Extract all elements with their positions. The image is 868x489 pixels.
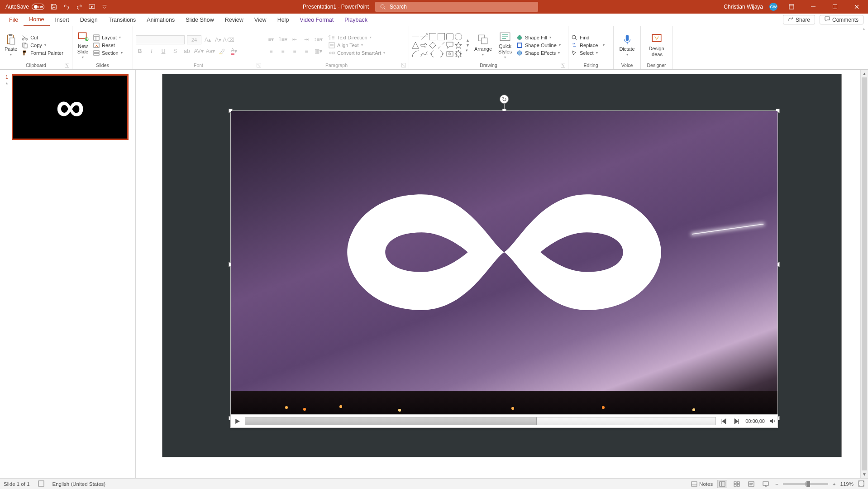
collapse-ribbon-icon[interactable]: ˄ [858,26,868,69]
search-box[interactable] [375,2,538,12]
shape-fill-button[interactable]: Shape Fill▾ [516,34,561,41]
new-slide-button[interactable]: New Slide ▾ [75,30,91,60]
font-family-combo[interactable] [136,35,185,44]
comments-button[interactable]: Comments [820,15,863,24]
tab-review[interactable]: Review [219,14,249,26]
accessibility-icon[interactable] [38,480,44,488]
shape-arc-icon[interactable] [412,50,419,58]
font-size-combo[interactable]: 24 [187,35,201,44]
autosave-toggle[interactable]: Off [32,4,44,10]
text-shadow-icon[interactable]: ab [183,47,191,55]
shape-triangle-icon[interactable] [412,42,419,49]
paragraph-dialog-launcher[interactable]: ⤡ [401,63,406,67]
slide-counter[interactable]: Slide 1 of 1 [4,481,30,487]
strikethrough-icon[interactable]: S [171,47,179,55]
tab-help[interactable]: Help [272,14,295,26]
step-back-button[interactable] [717,415,730,427]
text-direction-button[interactable]: Text Direction▾ [329,34,385,41]
maximize-icon[interactable] [827,0,843,14]
drawing-dialog-launcher[interactable]: ⤡ [561,63,565,67]
reset-button[interactable]: Reset [93,42,123,48]
zoom-slider-thumb[interactable] [806,481,810,487]
zoom-out-button[interactable]: − [775,481,778,487]
tab-transitions[interactable]: Transitions [103,14,142,26]
line-spacing-icon[interactable]: ↕≡▾ [314,35,322,43]
format-painter-button[interactable]: Format Painter [22,50,63,56]
align-left-icon[interactable]: ≡ [267,47,275,55]
tab-file[interactable]: File [4,14,24,26]
tab-design[interactable]: Design [75,14,103,26]
dictate-button[interactable]: Dictate ▾ [617,33,636,58]
zoom-slider[interactable] [783,483,828,485]
decrease-font-icon[interactable]: A▾ [214,36,222,44]
ribbon-display-options-icon[interactable] [784,0,799,14]
paste-button[interactable]: Paste ▾ [3,33,19,58]
save-icon[interactable] [51,4,57,10]
shape-rbrace-icon[interactable] [438,50,445,58]
arrange-button[interactable]: Arrange ▾ [472,33,494,58]
change-case-icon[interactable]: Aa▾ [206,47,215,55]
reading-view-icon[interactable] [746,480,756,488]
bold-icon[interactable]: B [136,47,144,55]
shape-rect-icon[interactable] [429,33,436,40]
normal-view-icon[interactable] [717,480,727,488]
copy-button[interactable]: Copy▾ [22,42,63,48]
shape-effects-button[interactable]: Shape Effects▾ [516,50,561,56]
video-object-selection[interactable]: ↻ [230,110,778,418]
vertical-scrollbar[interactable]: ▲ ▼ [860,70,868,478]
convert-smartart-button[interactable]: Convert to SmartArt▾ [329,50,385,56]
zoom-in-button[interactable]: + [833,481,836,487]
shape-diamond-icon[interactable] [429,42,436,49]
section-button[interactable]: Section▾ [93,50,123,56]
slide-thumbnail-1[interactable]: ∞ [12,74,129,140]
slide-canvas-area[interactable]: ↻ [136,70,868,478]
shape-callout-icon[interactable] [446,42,453,49]
notes-button[interactable]: Notes [691,481,713,487]
zoom-percent[interactable]: 119% [840,481,854,487]
user-name[interactable]: Christian Wijaya [724,4,763,10]
step-forward-button[interactable] [730,415,743,427]
bullets-icon[interactable]: ≡▾ [267,35,275,43]
shape-arrow-icon[interactable] [420,42,428,49]
shapes-gallery-more[interactable]: ▾ [466,48,470,53]
shape-lbrace-icon[interactable] [429,50,436,58]
columns-icon[interactable]: ▥▾ [314,47,322,55]
minimize-icon[interactable] [806,0,821,14]
increase-indent-icon[interactable]: ⇥ [302,35,310,43]
replace-button[interactable]: Replace▾ [571,42,605,48]
shapes-gallery-down[interactable]: ▼ [466,43,470,48]
mute-button[interactable] [768,418,777,424]
shape-star2-icon[interactable] [455,50,462,58]
slide-sorter-view-icon[interactable] [732,480,742,488]
slideshow-view-icon[interactable] [761,480,771,488]
select-button[interactable]: Select▾ [571,50,605,56]
fit-to-window-icon[interactable] [858,480,864,488]
scroll-down-icon[interactable]: ▼ [861,470,868,478]
video-seek-track[interactable] [245,417,716,425]
clear-formatting-icon[interactable]: A⌫ [224,36,233,44]
close-icon[interactable] [849,0,864,14]
font-color-icon[interactable]: A▾ [230,47,238,55]
quick-styles-button[interactable]: Quick Styles ▾ [496,30,514,60]
scroll-thumb[interactable] [862,77,867,470]
shape-action-icon[interactable] [446,50,453,58]
shape-line-icon[interactable] [412,33,419,40]
tab-home[interactable]: Home [24,14,49,26]
cut-button[interactable]: Cut [22,34,63,41]
find-button[interactable]: Find [571,34,605,41]
align-right-icon[interactable]: ≡ [291,47,299,55]
clipboard-dialog-launcher[interactable]: ⤡ [65,63,69,67]
search-input[interactable] [390,4,534,10]
shape-oval-icon[interactable] [455,33,462,40]
underline-icon[interactable]: U [159,47,167,55]
user-avatar[interactable]: CW [769,3,777,11]
shape-star-icon[interactable] [455,42,462,49]
tab-insert[interactable]: Insert [50,14,75,26]
tab-video-format[interactable]: Video Format [294,14,339,26]
italic-icon[interactable]: I [148,47,156,55]
rotate-handle[interactable]: ↻ [500,95,509,104]
justify-icon[interactable]: ≡ [302,47,310,55]
shapes-gallery-up[interactable]: ▲ [466,38,470,43]
shape-outline-button[interactable]: Shape Outline▾ [516,42,561,48]
shapes-gallery[interactable] [412,33,462,58]
